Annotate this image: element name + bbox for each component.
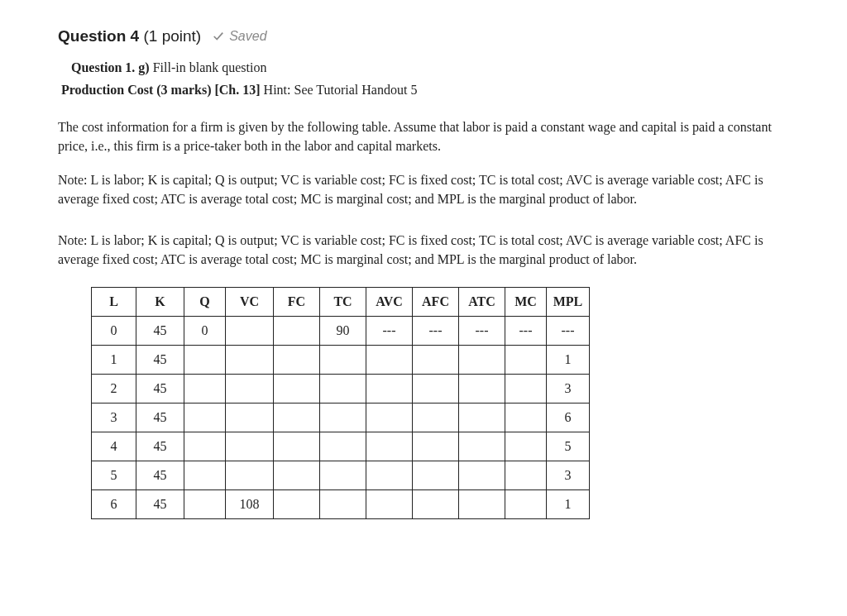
cell xyxy=(459,375,505,404)
saved-text: Saved xyxy=(229,26,266,45)
cell xyxy=(366,432,413,461)
question-number: Question 4 xyxy=(58,27,139,45)
cell xyxy=(184,490,226,519)
sub-question-line: Question 1. g) Fill-in blank question xyxy=(71,58,789,77)
cell xyxy=(226,461,274,490)
paragraph-3: Note: L is labor; K is capital; Q is out… xyxy=(58,231,789,269)
prodcost-bold: Production Cost (3 marks) [Ch. 13] xyxy=(61,83,261,97)
cell: --- xyxy=(413,317,459,346)
cell xyxy=(274,490,320,519)
cell xyxy=(184,432,226,461)
cell: 1 xyxy=(92,346,136,375)
th-VC: VC xyxy=(226,288,274,317)
table-row: 6 45 108 1 xyxy=(92,490,590,519)
cell xyxy=(366,461,413,490)
cell xyxy=(413,432,459,461)
th-ATC: ATC xyxy=(459,288,505,317)
cell xyxy=(505,490,547,519)
cell xyxy=(413,346,459,375)
th-Q: Q xyxy=(184,288,226,317)
prodcost-rest: Hint: See Tutorial Handout 5 xyxy=(261,83,418,97)
cell xyxy=(274,404,320,432)
cell xyxy=(226,375,274,404)
question-points: (1 point) xyxy=(143,27,201,45)
check-icon xyxy=(213,31,224,42)
cell: 45 xyxy=(136,461,184,490)
cell xyxy=(459,432,505,461)
cell: 45 xyxy=(136,490,184,519)
cell xyxy=(184,375,226,404)
cell xyxy=(505,375,547,404)
cell: 3 xyxy=(92,404,136,432)
cell: 2 xyxy=(92,375,136,404)
paragraph-2: Note: L is labor; K is capital; Q is out… xyxy=(58,170,789,208)
cell xyxy=(320,490,366,519)
cell: 6 xyxy=(92,490,136,519)
paragraph-1: The cost information for a firm is given… xyxy=(58,117,789,155)
cell: 1 xyxy=(547,346,590,375)
cell: --- xyxy=(459,317,505,346)
cell: 3 xyxy=(547,375,590,404)
table-row: 3 45 6 xyxy=(92,404,590,432)
cell: 45 xyxy=(136,346,184,375)
cell xyxy=(413,461,459,490)
cell xyxy=(274,375,320,404)
cell xyxy=(274,432,320,461)
cell xyxy=(184,346,226,375)
cell: --- xyxy=(547,317,590,346)
cell: 108 xyxy=(226,490,274,519)
cell xyxy=(184,404,226,432)
cell xyxy=(320,432,366,461)
cell: 6 xyxy=(547,404,590,432)
cell xyxy=(413,375,459,404)
cell: --- xyxy=(505,317,547,346)
cost-table: L K Q VC FC TC AVC AFC ATC MC MPL 0 45 0… xyxy=(91,287,590,519)
th-MC: MC xyxy=(505,288,547,317)
cost-table-wrap: L K Q VC FC TC AVC AFC ATC MC MPL 0 45 0… xyxy=(91,287,789,519)
cell xyxy=(505,404,547,432)
th-L: L xyxy=(92,288,136,317)
cell xyxy=(459,404,505,432)
production-cost-line: Production Cost (3 marks) [Ch. 13] Hint:… xyxy=(61,80,789,99)
cell xyxy=(226,404,274,432)
cell xyxy=(413,490,459,519)
cell xyxy=(366,346,413,375)
cell xyxy=(226,317,274,346)
table-row: 4 45 5 xyxy=(92,432,590,461)
cell xyxy=(505,432,547,461)
cell xyxy=(366,404,413,432)
table-row: 2 45 3 xyxy=(92,375,590,404)
subq-bold: Question 1. g) xyxy=(71,60,150,74)
cell: 0 xyxy=(184,317,226,346)
cell xyxy=(320,375,366,404)
cell xyxy=(459,461,505,490)
saved-indicator: Saved xyxy=(213,26,266,45)
cell xyxy=(274,317,320,346)
th-AFC: AFC xyxy=(413,288,459,317)
subq-rest: Fill-in blank question xyxy=(150,60,267,74)
table-row: 0 45 0 90 --- --- --- --- --- xyxy=(92,317,590,346)
cell xyxy=(459,346,505,375)
cell xyxy=(184,461,226,490)
table-body: 0 45 0 90 --- --- --- --- --- 1 45 1 2 xyxy=(92,317,590,519)
cell: 1 xyxy=(547,490,590,519)
cell: 0 xyxy=(92,317,136,346)
th-FC: FC xyxy=(274,288,320,317)
cell: 4 xyxy=(92,432,136,461)
cell xyxy=(226,432,274,461)
cell: 5 xyxy=(92,461,136,490)
th-MPL: MPL xyxy=(547,288,590,317)
cell xyxy=(274,461,320,490)
cell: 90 xyxy=(320,317,366,346)
cell: 45 xyxy=(136,404,184,432)
th-AVC: AVC xyxy=(366,288,413,317)
cell xyxy=(320,346,366,375)
cell xyxy=(459,490,505,519)
cell: 45 xyxy=(136,317,184,346)
cell xyxy=(274,346,320,375)
cell xyxy=(320,461,366,490)
table-row: 1 45 1 xyxy=(92,346,590,375)
cell xyxy=(320,404,366,432)
cell: --- xyxy=(366,317,413,346)
cell xyxy=(505,346,547,375)
